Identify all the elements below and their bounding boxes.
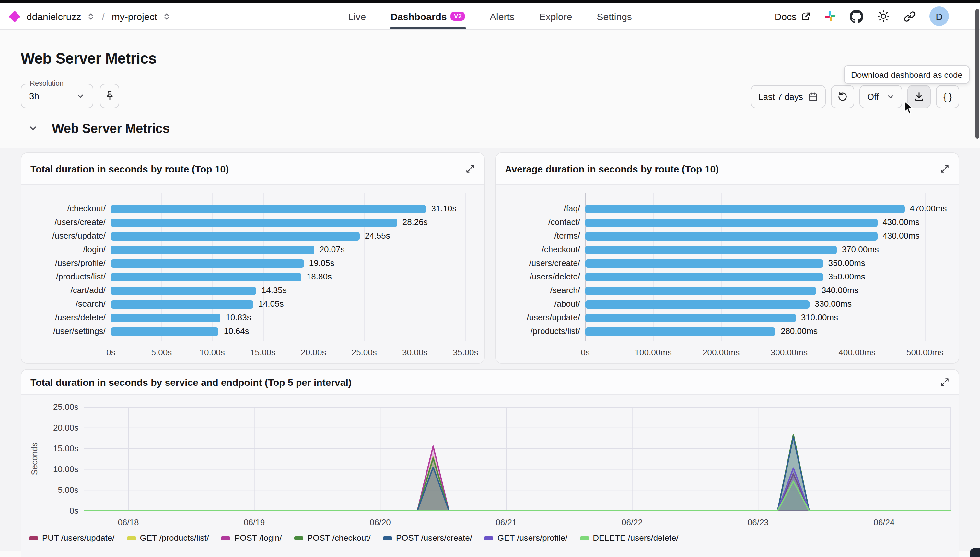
resolution-label: Resolution (27, 79, 66, 87)
x-tick-label: 25.00s (352, 348, 377, 357)
bar-category-label: /search/ (23, 299, 106, 309)
bar-value-label: 470.00ms (910, 204, 947, 213)
copy-link-icon[interactable] (904, 10, 916, 22)
panel-title: Total duration in seconds by route (Top … (31, 163, 229, 174)
legend-label: GET /users/profile/ (497, 533, 567, 543)
bar-row: /terms/430.00ms (585, 230, 952, 243)
section-header: Web Server Metrics (0, 108, 980, 148)
pin-resolution-button[interactable] (100, 84, 119, 108)
breadcrumb-project[interactable]: my-project (112, 11, 157, 22)
nav-tab-alerts[interactable]: Alerts (490, 3, 515, 29)
nav-tab-label: Live (348, 11, 366, 22)
download-icon (914, 91, 924, 102)
avatar[interactable]: D (930, 7, 949, 26)
slack-icon[interactable] (824, 10, 836, 22)
bar-category-label: /products/list/ (23, 272, 106, 282)
legend-item[interactable]: GET /products/list/ (127, 533, 209, 543)
nav-tab-explore[interactable]: Explore (539, 3, 572, 29)
bar-row: /faq/470.00ms (585, 202, 952, 216)
bar (585, 205, 905, 213)
bar-value-label: 370.00ms (842, 244, 879, 254)
theme-sun-icon[interactable] (877, 10, 890, 23)
bar-category-label: /login/ (23, 244, 106, 254)
bar (585, 273, 823, 282)
bar-value-label: 430.00ms (882, 231, 920, 241)
resolution-select[interactable]: Resolution 3h (21, 84, 93, 108)
bar-value-label: 330.00ms (815, 299, 852, 309)
panel-header: Total duration in seconds by route (Top … (21, 153, 484, 185)
x-tick-label: 500.00ms (907, 348, 943, 357)
bar (111, 218, 397, 227)
bar (585, 314, 796, 322)
dashboard-json-button[interactable]: { } (936, 85, 959, 108)
top-strip (0, 0, 980, 3)
main-nav: LiveDashboardsV2AlertsExploreSettings (348, 3, 632, 29)
bar-category-label: /search/ (497, 285, 580, 295)
corner-widget[interactable] (970, 548, 980, 557)
bar-value-label: 24.55s (365, 231, 390, 241)
breadcrumb: ddanielcruzz / my-project (10, 11, 171, 22)
download-dashboard-button[interactable] (907, 85, 931, 108)
panel-row: Total duration in seconds by route (Top … (21, 152, 959, 364)
bar-row: /about/330.00ms (585, 298, 952, 311)
dashboard-toolbar: Resolution 3h Last 7 days (21, 84, 959, 108)
panel-duration-by-service-endpoint: Total duration in seconds by service and… (21, 369, 959, 557)
legend-color-chip (221, 536, 231, 540)
expand-panel-icon[interactable] (465, 164, 475, 173)
docs-label: Docs (775, 11, 796, 22)
bar (111, 232, 360, 241)
x-tick-label: 06/24 (858, 518, 910, 527)
nav-tab-label: Dashboards (390, 11, 447, 22)
scrollbar-thumb[interactable] (975, 9, 979, 139)
bar-row: /checkout/31.10s (111, 202, 478, 216)
bar-category-label: /user/settings/ (23, 326, 106, 336)
docs-link[interactable]: Docs (775, 11, 811, 22)
expand-panel-icon[interactable] (940, 164, 949, 173)
legend-item[interactable]: PUT /users/update/ (29, 533, 115, 543)
nav-tab-dashboards[interactable]: DashboardsV2 (390, 3, 465, 29)
bar (585, 287, 816, 295)
legend-color-chip (29, 536, 38, 540)
bar-category-label: /products/list/ (497, 326, 580, 336)
plot-right-border (951, 407, 951, 557)
time-range-value: Last 7 days (758, 92, 803, 101)
project-selector-icon[interactable] (163, 12, 171, 20)
bar-value-label: 18.80s (307, 272, 332, 282)
bar (585, 327, 775, 336)
bar-category-label: /terms/ (497, 231, 580, 241)
x-tick-label: 0s (581, 348, 590, 357)
refresh-button[interactable] (831, 85, 854, 108)
x-tick-label: 400.00ms (839, 348, 875, 357)
bar-category-label: /users/create/ (23, 217, 106, 227)
bar-category-label: /users/create/ (497, 258, 580, 268)
x-tick-label: 0s (106, 348, 115, 357)
bar (111, 259, 304, 268)
section-collapse-chevron-icon[interactable] (28, 123, 38, 134)
page-head: Web Server Metrics Resolution 3h Last 7 … (0, 30, 980, 108)
breadcrumb-org[interactable]: ddanielcruzz (26, 11, 81, 22)
bar-row: /products/list/18.80s (111, 270, 478, 284)
active-tab-indicator (389, 27, 466, 29)
org-selector-icon[interactable] (87, 12, 94, 20)
nav-tab-label: Settings (596, 11, 632, 22)
bar-value-label: 14.05s (258, 299, 284, 309)
y-axis-label: Seconds (29, 417, 39, 501)
time-range-button[interactable]: Last 7 days (751, 85, 826, 108)
bar-row: /checkout/370.00ms (585, 243, 952, 257)
legend-item[interactable]: POST /checkout/ (294, 533, 371, 543)
panel-header: Total duration in seconds by service and… (21, 370, 959, 395)
github-icon[interactable] (850, 10, 863, 23)
nav-tab-settings[interactable]: Settings (596, 3, 632, 29)
legend-item[interactable]: DELETE /users/delete/ (580, 533, 678, 543)
bar (111, 273, 301, 282)
legend-item[interactable]: GET /users/profile/ (484, 533, 567, 543)
legend-item[interactable]: POST /login/ (221, 533, 282, 543)
legend-label: POST /login/ (234, 533, 282, 543)
bar-row: /users/update/24.55s (111, 230, 478, 243)
legend-item[interactable]: POST /users/create/ (383, 533, 472, 543)
toolbar-left: Resolution 3h (21, 84, 119, 108)
auto-refresh-select[interactable]: Off (860, 85, 902, 108)
expand-panel-icon[interactable] (940, 377, 949, 387)
brand-diamond-icon[interactable] (9, 10, 21, 22)
nav-tab-live[interactable]: Live (348, 3, 366, 29)
